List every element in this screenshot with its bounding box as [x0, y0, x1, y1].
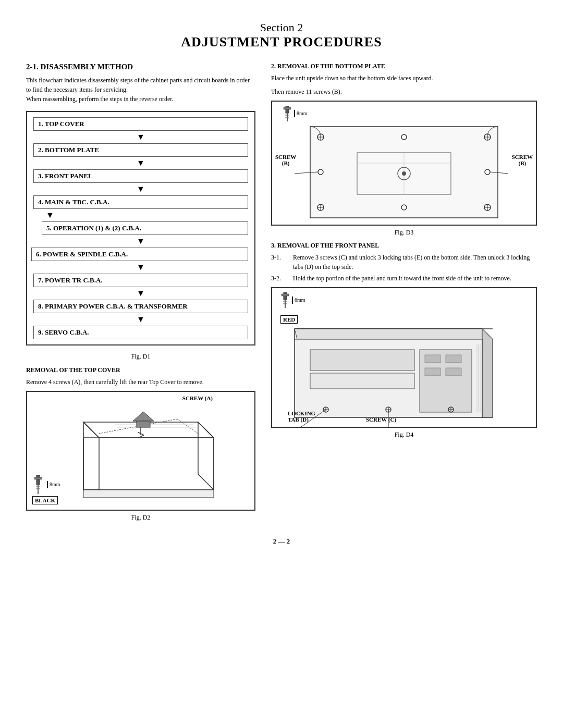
step-3-1: 3-1. Remove 3 screws (C) and unlock 3 lo… [271, 253, 537, 272]
svg-line-7 [177, 419, 198, 434]
screw-c-label: SCREW (C) [366, 416, 396, 423]
flow-item-6: 6. POWER & SPINDLE C.B.A. [31, 248, 248, 261]
svg-rect-56 [310, 350, 414, 371]
svg-marker-3 [83, 422, 99, 490]
d3-screw-size: 8mm [294, 110, 308, 117]
page-title: Section 2 ADJUSTMENT PROCEDURES [26, 21, 537, 50]
svg-marker-53 [295, 329, 493, 339]
fig2-label: Fig. D2 [26, 514, 255, 522]
flow-arrow-4: ▼ [46, 211, 248, 219]
d4-screw-icon [280, 292, 290, 308]
fig-d3-diagram: 8mm [271, 101, 537, 226]
bottom-plate-svg [279, 111, 529, 226]
flow-item-3: 3. FRONT PANEL [33, 169, 248, 183]
screw-size-text: 8mm [47, 481, 60, 488]
fig1-label: Fig. D1 [26, 353, 255, 361]
front-panel-svg [284, 308, 524, 428]
screw-icon [32, 475, 44, 494]
svg-rect-47 [282, 294, 289, 296]
top-cover-diagram-svg [52, 406, 229, 511]
section2-text1: Place the unit upside down so that the b… [271, 73, 537, 83]
svg-marker-4 [83, 490, 214, 498]
section2-text2: Then remove 11 screws (B). [271, 87, 537, 96]
flow-item-1: 1. TOP COVER [33, 117, 248, 131]
svg-rect-61 [425, 368, 440, 376]
d4-screw-size: 6mm [292, 297, 305, 304]
svg-rect-11 [137, 421, 150, 427]
intro-text: This flowchart indicates disassembly ste… [26, 76, 255, 104]
step-3-2: 3-2. Hold the top portion of the panel a… [271, 274, 537, 283]
section2-heading: 2. REMOVAL OF THE BOTTOM PLATE [271, 63, 537, 70]
section-label: Section 2 [26, 21, 537, 34]
d3-screw-icon [283, 106, 292, 121]
d4-screw-indicator: 6mm [280, 292, 305, 308]
svg-point-45 [402, 171, 406, 176]
page-heading: ADJUSTMENT PROCEDURES [26, 34, 537, 50]
screw-size-indicator: 8mm [32, 475, 60, 494]
left-column: 2-1. DISASSEMBLY METHOD This flowchart i… [26, 63, 255, 527]
fig4-label: Fig. D4 [271, 431, 537, 439]
fig3-label: Fig. D3 [271, 229, 537, 237]
flow-arrow-8: ▼ [33, 315, 248, 324]
flow-item-8: 8. PRIMARY POWER C.B.A. & TRANSFORMER [33, 300, 248, 313]
locking-tab-label: LOCKINGTAB (D) [288, 410, 315, 423]
svg-rect-60 [446, 355, 461, 363]
removal-text: Remove 4 screws (A), then carefully lift… [26, 377, 255, 387]
fig-d2-diagram: SCREW (A) [26, 391, 255, 511]
flow-item-4: 4. MAIN & TBC. C.B.A. [33, 195, 248, 209]
screw-color-label: BLACK [32, 495, 58, 505]
flow-arrow-3: ▼ [33, 185, 248, 193]
section3-heading: 3. REMOVAL OF THE FRONT PANEL [271, 242, 537, 250]
svg-marker-10 [133, 412, 154, 421]
svg-rect-13 [34, 477, 42, 479]
screw-b-left-label: SCREW(B) [275, 154, 296, 166]
flow-item-5: 5. OPERATION (1) & (2) C.B.A. [42, 221, 248, 235]
svg-marker-2 [83, 438, 214, 490]
flow-arrow-2: ▼ [33, 159, 248, 167]
flow-arrow-5: ▼ [33, 237, 248, 245]
svg-rect-62 [446, 368, 461, 376]
svg-rect-12 [36, 475, 40, 485]
flow-arrow-7: ▼ [33, 289, 248, 298]
svg-rect-59 [425, 355, 440, 363]
flow-arrow-6: ▼ [33, 263, 248, 272]
screw-a-label: SCREW (A) [182, 395, 213, 401]
flow-item-9: 9. SERVO C.B.A. [33, 326, 248, 339]
flow-item-7: 7. POWER TR C.B.A. [33, 274, 248, 287]
page-footer: 2 — 2 [26, 537, 537, 546]
flow-item-2: 2. BOTTOM PLATE [33, 143, 248, 157]
svg-rect-57 [310, 373, 414, 389]
svg-rect-18 [284, 107, 291, 109]
right-column: 2. REMOVAL OF THE BOTTOM PLATE Place the… [271, 63, 537, 444]
removal-heading: REMOVAL OF THE TOP COVER [26, 366, 120, 374]
d3-screw-indicator: 8mm [283, 106, 308, 121]
fig-d4-diagram: 6mm RED [271, 287, 537, 428]
screw-b-right-label: SCREW(B) [512, 154, 533, 166]
flowchart: 1. TOP COVER ▼ 2. BOTTOM PLATE ▼ 3. FRON… [26, 111, 255, 346]
svg-marker-1 [198, 422, 214, 490]
red-label: RED [280, 314, 298, 325]
svg-marker-54 [482, 329, 493, 417]
flow-arrow-1: ▼ [33, 133, 248, 141]
disassembly-heading: 2-1. DISASSEMBLY METHOD [26, 63, 255, 71]
